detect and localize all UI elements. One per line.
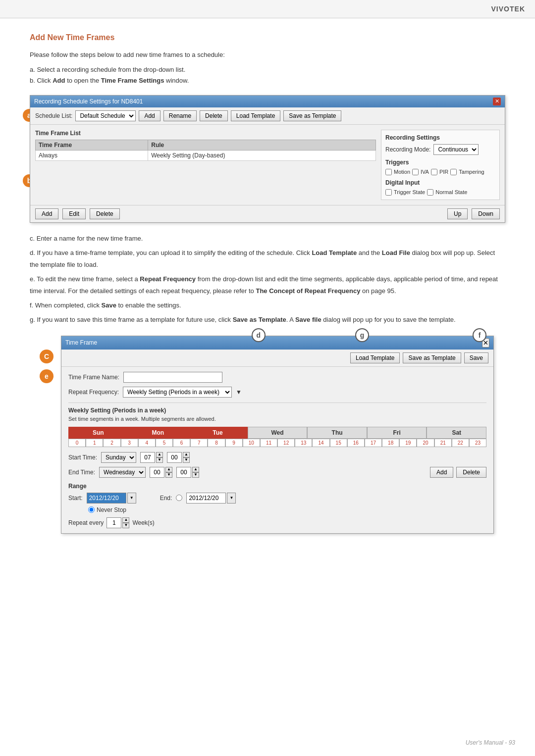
time-frame-list-label: Time Frame List: [35, 130, 376, 137]
normal-state-label: Normal State: [435, 189, 467, 195]
footer-down-button[interactable]: Down: [472, 208, 500, 219]
footer-edit-button[interactable]: Edit: [62, 208, 86, 219]
start-time-label: Start Time:: [68, 454, 97, 461]
hour-15: 15: [330, 439, 347, 447]
range-start-label: Start:: [68, 495, 83, 502]
repeat-every-up[interactable]: ▲: [122, 517, 129, 523]
tf-freq-select[interactable]: Weekly Setting (Periods in a week): [123, 387, 232, 398]
footer-delete-button[interactable]: Delete: [90, 208, 120, 219]
end-min-up[interactable]: ▲: [192, 467, 199, 472]
pir-checkbox[interactable]: [431, 169, 437, 175]
dialog-close-button[interactable]: ✕: [493, 98, 501, 105]
steps-cg-list: c. Enter a name for the new time frame. …: [30, 233, 505, 326]
end-hour-input[interactable]: [150, 467, 164, 478]
range-start-date-input[interactable]: [87, 493, 126, 504]
step-c: c. Enter a name for the new time frame.: [30, 233, 505, 244]
toolbar-rename-button[interactable]: Rename: [163, 110, 197, 121]
motion-checkbox[interactable]: [385, 169, 392, 175]
tampering-checkbox[interactable]: [450, 169, 457, 175]
day-wed: Wed: [248, 427, 308, 439]
tf-freq-dropdown-icon: ▼: [236, 389, 242, 396]
toolbar-save-as-template-button[interactable]: Save as Template: [283, 110, 341, 121]
start-hour-up[interactable]: ▲: [156, 452, 163, 457]
tampering-label: Tampering: [459, 169, 484, 175]
section-title: Add New Time Frames: [30, 33, 505, 42]
hour-11: 11: [260, 439, 277, 447]
day-fri: Fri: [367, 427, 427, 439]
hour-14: 14: [312, 439, 329, 447]
annotation-g: g: [355, 328, 369, 342]
hour-5: 5: [156, 439, 173, 447]
step-d: d. If you have a time-frame template, yo…: [30, 247, 505, 270]
start-hour-input[interactable]: [140, 452, 155, 463]
recording-settings-panel: Recording Settings Recording Mode: Conti…: [381, 130, 500, 200]
schedule-list-select[interactable]: Default Schedule: [75, 110, 136, 121]
end-min-down[interactable]: ▼: [192, 472, 199, 478]
repeat-every-down[interactable]: ▼: [122, 523, 129, 528]
never-stop-radio[interactable]: [88, 506, 95, 513]
start-hour-spinner: ▲ ▼: [140, 452, 163, 463]
step-f: f. When completed, click Save to enable …: [30, 300, 505, 311]
hour-21: 21: [434, 439, 452, 447]
hour-3: 3: [121, 439, 138, 447]
day-sun: Sun: [68, 427, 128, 439]
repeat-every-input[interactable]: [107, 517, 121, 528]
normal-state-checkbox[interactable]: [427, 189, 433, 196]
hours-row: 0 1 2 3 4 5 6 7 8 9 10 11 12 13: [68, 439, 486, 447]
toolbar-delete-button[interactable]: Delete: [200, 110, 228, 121]
step-g: g. If you want to save this time frame a…: [30, 314, 505, 325]
footer-add-button[interactable]: Add: [35, 208, 58, 219]
tf-name-input[interactable]: [123, 372, 222, 383]
hour-7: 7: [190, 439, 208, 447]
end-min-input[interactable]: [176, 467, 191, 478]
digital-input-title: Digital Input: [385, 179, 495, 186]
recording-mode-row: Recording Mode: Continuous: [385, 144, 495, 155]
hour-9: 9: [225, 439, 243, 447]
digital-input-section: Digital Input Trigger State Normal State: [385, 179, 495, 196]
triggers-checkboxes: Motion IVA PIR Tampering: [385, 169, 495, 175]
pir-label: PIR: [439, 169, 448, 175]
toolbar-load-template-button[interactable]: Load Template: [231, 110, 281, 121]
hour-23: 23: [469, 439, 486, 447]
recording-mode-select[interactable]: Continuous: [433, 144, 479, 155]
repeat-unit-label: Week(s): [132, 519, 154, 526]
content-area: Add New Time Frames Please follow the st…: [0, 18, 535, 549]
schedule-list-label: Schedule List:: [35, 112, 72, 119]
start-day-select[interactable]: Sunday: [101, 452, 136, 463]
start-min-up[interactable]: ▲: [183, 452, 190, 457]
step-e: e. To edit the new time frame, select a …: [30, 273, 505, 297]
tf-save-button[interactable]: Save: [464, 353, 488, 363]
main-dialog-wrapper: a b Recording Schedule Settings for ND84…: [30, 95, 505, 223]
trigger-state-checkbox[interactable]: [385, 189, 392, 196]
time-add-button[interactable]: Add: [430, 467, 453, 478]
toolbar-add-button[interactable]: Add: [139, 110, 160, 121]
tf-col-time-frame: Time Frame: [36, 140, 148, 150]
end-day-select[interactable]: Wednesday: [99, 467, 146, 478]
time-delete-button[interactable]: Delete: [456, 467, 486, 478]
iva-checkbox[interactable]: [412, 169, 419, 175]
end-date-radio[interactable]: [176, 495, 182, 501]
range-start-date-picker[interactable]: ▼: [127, 493, 136, 504]
end-hour-down[interactable]: ▼: [165, 472, 172, 478]
footer-up-button[interactable]: Up: [447, 208, 468, 219]
range-end-date-input[interactable]: [186, 493, 226, 504]
tf-cell-rule: Weekly Setting (Day-based): [148, 150, 376, 160]
table-row: Always Weekly Setting (Day-based): [36, 150, 376, 160]
time-settings: Start Time: Sunday ▲ ▼: [68, 452, 486, 478]
tf-load-template-button[interactable]: Load Template: [350, 353, 400, 363]
annotation-C: C: [40, 350, 54, 363]
repeat-every-spinner-btns: ▲ ▼: [122, 517, 129, 528]
divider: [68, 403, 486, 403]
hour-18: 18: [382, 439, 399, 447]
end-hour-up[interactable]: ▲: [165, 467, 172, 472]
recording-mode-label: Recording Mode:: [385, 146, 430, 153]
never-stop-row: Never Stop: [88, 506, 486, 513]
hour-0: 0: [68, 439, 86, 447]
start-hour-down[interactable]: ▼: [156, 457, 163, 463]
tf-save-as-template-button[interactable]: Save as Template: [403, 353, 461, 363]
hour-6: 6: [173, 439, 190, 447]
start-min-input[interactable]: [167, 452, 182, 463]
start-min-down[interactable]: ▼: [183, 457, 190, 463]
range-end-date-picker[interactable]: ▼: [227, 493, 236, 504]
start-min-spinner: ▲ ▼: [167, 452, 190, 463]
